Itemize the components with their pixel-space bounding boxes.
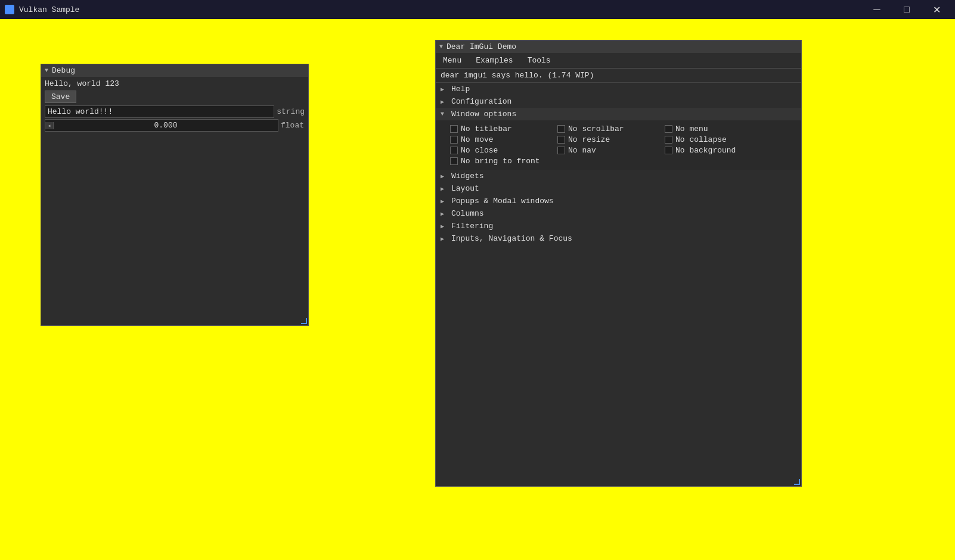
section-configuration[interactable]: ▶ Configuration bbox=[436, 95, 801, 108]
options-row-4: No bring to front bbox=[450, 157, 796, 166]
debug-hello-text: Hello, world 123 bbox=[41, 77, 308, 89]
window-options-arrow: ▼ bbox=[441, 111, 448, 117]
string-input[interactable] bbox=[45, 105, 274, 118]
save-button[interactable]: Save bbox=[45, 91, 76, 103]
label-no-nav: No nav bbox=[568, 146, 596, 155]
options-row-3: No close No nav No background bbox=[450, 146, 796, 155]
window-controls: ─ □ ✕ bbox=[863, 0, 950, 19]
layout-arrow: ▶ bbox=[441, 185, 448, 192]
demo-title: Dear ImGui Demo bbox=[447, 42, 516, 51]
section-window-options[interactable]: ▼ Window options bbox=[436, 108, 801, 120]
help-label: Help bbox=[451, 85, 470, 94]
menu-item-menu[interactable]: Menu bbox=[441, 55, 464, 66]
option-no-titlebar: No titlebar bbox=[450, 125, 557, 133]
inputs-arrow: ▶ bbox=[441, 235, 448, 242]
debug-collapse-arrow: ▼ bbox=[45, 67, 48, 74]
label-no-bring-to-front: No bring to front bbox=[461, 157, 540, 166]
popups-label: Popups & Modal windows bbox=[451, 197, 554, 206]
demo-window: ▼ Dear ImGui Demo Menu Examples Tools de… bbox=[435, 40, 802, 487]
section-columns[interactable]: ▶ Columns bbox=[436, 207, 801, 220]
label-no-scrollbar: No scrollbar bbox=[568, 125, 624, 133]
float-field-row: ◂ 0.000 float bbox=[45, 119, 305, 132]
filtering-label: Filtering bbox=[451, 222, 493, 231]
option-no-move: No move bbox=[450, 135, 557, 144]
string-type-label: string bbox=[277, 107, 305, 116]
checkbox-no-scrollbar[interactable] bbox=[557, 125, 565, 133]
option-no-background: No background bbox=[665, 146, 772, 155]
demo-titlebar[interactable]: ▼ Dear ImGui Demo bbox=[436, 41, 801, 53]
label-no-titlebar: No titlebar bbox=[461, 125, 512, 133]
options-row-1: No titlebar No scrollbar No menu bbox=[450, 125, 796, 133]
window-title: Vulkan Sample bbox=[19, 5, 863, 14]
title-bar: Vulkan Sample ─ □ ✕ bbox=[0, 0, 955, 19]
debug-title: Debug bbox=[52, 66, 75, 75]
checkbox-no-menu[interactable] bbox=[665, 125, 672, 133]
columns-arrow: ▶ bbox=[441, 210, 448, 217]
section-widgets[interactable]: ▶ Widgets bbox=[436, 170, 801, 182]
widgets-arrow: ▶ bbox=[441, 173, 448, 180]
close-button[interactable]: ✕ bbox=[923, 0, 950, 19]
section-help[interactable]: ▶ Help bbox=[436, 83, 801, 95]
inputs-label: Inputs, Navigation & Focus bbox=[451, 234, 572, 243]
debug-titlebar[interactable]: ▼ Debug bbox=[41, 64, 308, 77]
filtering-arrow: ▶ bbox=[441, 223, 448, 230]
checkbox-no-move[interactable] bbox=[450, 136, 458, 144]
label-no-move: No move bbox=[461, 135, 494, 144]
checkbox-no-collapse[interactable] bbox=[665, 136, 672, 144]
option-no-scrollbar: No scrollbar bbox=[557, 125, 665, 133]
checkbox-no-titlebar[interactable] bbox=[450, 125, 458, 133]
label-no-collapse: No collapse bbox=[675, 135, 727, 144]
string-field-row: string bbox=[45, 105, 305, 118]
float-type-label: float bbox=[281, 121, 305, 130]
widgets-label: Widgets bbox=[451, 172, 484, 181]
float-input-wrapper: ◂ 0.000 bbox=[45, 119, 278, 132]
window-options-content: No titlebar No scrollbar No menu No move bbox=[436, 120, 801, 170]
options-row-2: No move No resize No collapse bbox=[450, 135, 796, 144]
maximize-button[interactable]: □ bbox=[893, 0, 920, 19]
configuration-arrow: ▶ bbox=[441, 98, 448, 105]
demo-collapse-arrow: ▼ bbox=[439, 43, 443, 50]
option-no-menu: No menu bbox=[665, 125, 772, 133]
checkbox-no-close[interactable] bbox=[450, 147, 458, 154]
section-inputs[interactable]: ▶ Inputs, Navigation & Focus bbox=[436, 232, 801, 245]
checkbox-no-background[interactable] bbox=[665, 147, 672, 154]
demo-resize-handle[interactable] bbox=[794, 479, 801, 486]
demo-menubar: Menu Examples Tools bbox=[436, 53, 801, 69]
option-no-collapse: No collapse bbox=[665, 135, 772, 144]
option-no-nav: No nav bbox=[557, 146, 665, 155]
section-popups[interactable]: ▶ Popups & Modal windows bbox=[436, 195, 801, 207]
popups-arrow: ▶ bbox=[441, 198, 448, 205]
window-options-label: Window options bbox=[451, 110, 516, 119]
debug-window: ▼ Debug Hello, world 123 Save string ◂ 0… bbox=[41, 64, 309, 326]
configuration-label: Configuration bbox=[451, 97, 511, 106]
label-no-background: No background bbox=[675, 146, 736, 155]
checkbox-no-resize[interactable] bbox=[557, 136, 565, 144]
checkbox-no-bring-to-front[interactable] bbox=[450, 157, 458, 165]
section-layout[interactable]: ▶ Layout bbox=[436, 182, 801, 195]
menu-item-tools[interactable]: Tools bbox=[525, 55, 553, 66]
float-drag-handle[interactable]: ◂ bbox=[45, 122, 54, 129]
option-no-resize: No resize bbox=[557, 135, 665, 144]
main-area: ▼ Debug Hello, world 123 Save string ◂ 0… bbox=[0, 19, 955, 560]
minimize-button[interactable]: ─ bbox=[863, 0, 891, 19]
app-icon bbox=[5, 5, 14, 14]
menu-item-examples[interactable]: Examples bbox=[473, 55, 515, 66]
float-value: 0.000 bbox=[54, 120, 278, 131]
label-no-resize: No resize bbox=[568, 135, 610, 144]
label-no-menu: No menu bbox=[675, 125, 708, 133]
layout-label: Layout bbox=[451, 184, 479, 193]
demo-hello-text: dear imgui says hello. (1.74 WIP) bbox=[436, 69, 801, 83]
option-no-bring-to-front: No bring to front bbox=[450, 157, 557, 166]
checkbox-no-nav[interactable] bbox=[557, 147, 565, 154]
label-no-close: No close bbox=[461, 146, 498, 155]
debug-resize-handle[interactable] bbox=[301, 318, 308, 325]
option-no-close: No close bbox=[450, 146, 557, 155]
help-arrow: ▶ bbox=[441, 86, 448, 93]
columns-label: Columns bbox=[451, 209, 484, 218]
section-filtering[interactable]: ▶ Filtering bbox=[436, 220, 801, 232]
